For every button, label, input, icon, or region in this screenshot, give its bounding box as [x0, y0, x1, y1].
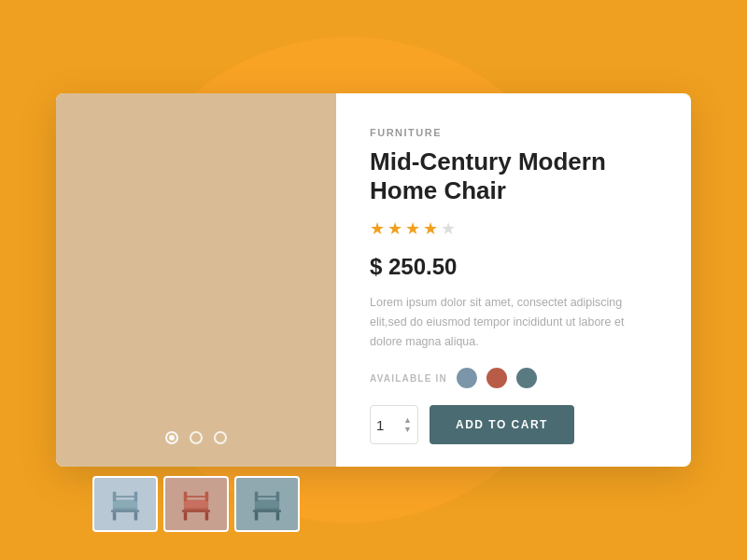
product-card: FURNITURE Mid-Century Modern Home Chair …	[56, 93, 691, 467]
svg-rect-13	[186, 496, 207, 497]
product-category: FURNITURE	[370, 127, 657, 138]
add-to-cart-button[interactable]: ADD TO CART	[430, 405, 574, 444]
color-swatch-blue[interactable]	[457, 368, 477, 388]
quantity-box: 1 ▲ ▼	[370, 405, 418, 444]
svg-rect-19	[255, 512, 259, 521]
svg-rect-18	[255, 500, 279, 509]
carousel-dots	[165, 431, 227, 444]
thumbnail-3[interactable]	[234, 476, 300, 532]
carousel-dot-3[interactable]	[214, 431, 227, 444]
star-1: ★	[370, 218, 385, 239]
star-4: ★	[423, 218, 438, 239]
svg-rect-2	[113, 500, 137, 509]
svg-rect-21	[257, 496, 278, 497]
svg-rect-22	[255, 492, 259, 502]
star-5: ★	[441, 218, 456, 239]
svg-rect-9	[182, 510, 210, 512]
quantity-stepper[interactable]: ▲ ▼	[403, 416, 412, 434]
svg-rect-7	[134, 492, 138, 502]
quantity-value: 1	[376, 417, 384, 433]
svg-rect-3	[113, 512, 117, 521]
svg-rect-12	[205, 512, 209, 521]
svg-rect-14	[184, 492, 188, 502]
chair-icon-3	[247, 483, 288, 525]
color-options-row: AVAILABLE IN	[370, 368, 657, 388]
rating-stars: ★ ★ ★ ★ ★	[370, 218, 657, 239]
svg-rect-15	[205, 492, 209, 502]
star-3: ★	[405, 218, 420, 239]
chair-icon-2	[176, 483, 217, 525]
chair-icon-1	[105, 483, 146, 525]
thumbnail-2[interactable]	[163, 476, 229, 532]
svg-rect-6	[113, 492, 117, 502]
product-price: $ 250.50	[370, 254, 657, 280]
qty-up-arrow[interactable]: ▲	[403, 416, 412, 425]
carousel-dot-2[interactable]	[190, 431, 203, 444]
thumbnail-1[interactable]	[92, 476, 158, 532]
available-label: AVAILABLE IN	[370, 373, 447, 384]
color-swatch-red[interactable]	[486, 368, 507, 388]
product-title: Mid-Century Modern Home Chair	[370, 147, 657, 205]
svg-rect-5	[115, 496, 136, 497]
svg-rect-10	[184, 500, 208, 509]
svg-rect-20	[276, 512, 280, 521]
star-2: ★	[388, 218, 402, 239]
svg-rect-11	[184, 512, 188, 521]
svg-rect-4	[134, 512, 138, 521]
product-details-panel: FURNITURE Mid-Century Modern Home Chair …	[336, 93, 691, 467]
product-image-panel	[56, 93, 336, 467]
svg-rect-23	[276, 492, 280, 502]
color-swatch-teal[interactable]	[516, 368, 537, 388]
svg-rect-17	[253, 510, 281, 512]
carousel-dot-1[interactable]	[165, 431, 178, 444]
svg-rect-1	[111, 510, 139, 512]
thumbnail-row	[92, 476, 300, 532]
product-description: Lorem ipsum dolor sit amet, consectet ad…	[370, 293, 657, 351]
qty-down-arrow[interactable]: ▼	[403, 426, 412, 434]
add-to-cart-row: 1 ▲ ▼ ADD TO CART	[370, 405, 657, 444]
